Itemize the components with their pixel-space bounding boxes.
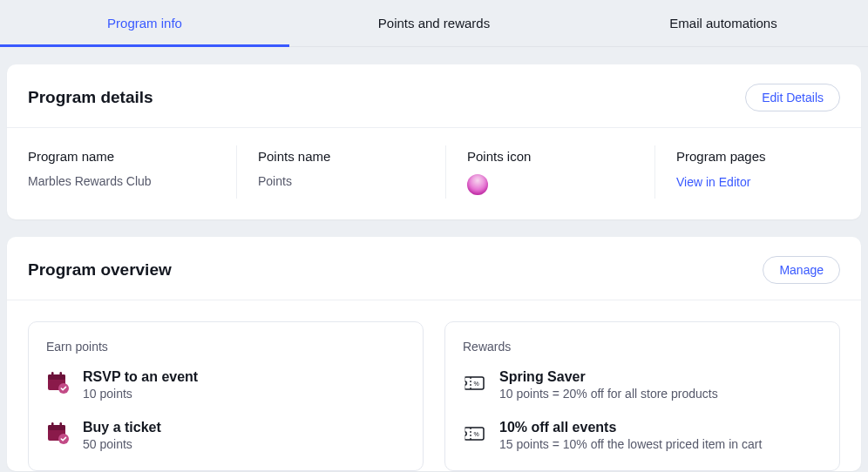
coupon-icon: %: [463, 421, 487, 446]
program-overview-card: Program overview Manage Earn points: [7, 237, 861, 471]
tab-points-rewards[interactable]: Points and rewards: [289, 0, 579, 46]
reward-item-sub: 15 points = 10% off the lowest priced it…: [499, 437, 762, 451]
svg-rect-12: [463, 377, 465, 389]
svg-rect-17: [463, 428, 465, 440]
program-name-value: Marbles Rewards Club: [28, 174, 216, 188]
program-pages-cell: Program pages View in Editor: [655, 149, 840, 195]
program-details-title: Program details: [28, 88, 153, 107]
tab-program-info[interactable]: Program info: [0, 0, 289, 46]
earn-item-title: RSVP to an event: [83, 369, 198, 385]
earn-points-title: Earn points: [46, 340, 405, 354]
earn-item: RSVP to an event 10 points: [46, 369, 405, 401]
svg-rect-8: [60, 422, 63, 428]
reward-item-sub: 10 points = 20% off for all store produc…: [499, 387, 718, 401]
earn-item-title: Buy a ticket: [83, 420, 161, 435]
program-details-row: Program name Marbles Rewards Club Points…: [7, 128, 861, 219]
points-name-cell: Points name Points: [237, 149, 446, 195]
svg-rect-3: [60, 372, 63, 377]
svg-rect-6: [48, 425, 65, 430]
program-name-cell: Program name Marbles Rewards Club: [28, 149, 237, 195]
earn-points-column: Earn points RSVP to an event: [28, 321, 424, 471]
svg-rect-2: [51, 372, 54, 377]
view-in-editor-link[interactable]: View in Editor: [676, 175, 750, 189]
points-icon-label: Points icon: [467, 149, 634, 164]
points-name-value: Points: [258, 174, 425, 188]
reward-item: % Spring Saver 10 points = 20% off for a…: [463, 369, 822, 401]
program-name-label: Program name: [28, 149, 216, 164]
earn-item-sub: 10 points: [83, 387, 198, 401]
calendar-check-icon: [46, 421, 71, 446]
tabs-bar: Program info Points and rewards Email au…: [0, 0, 868, 47]
points-icon-cell: Points icon: [446, 149, 655, 195]
program-details-card: Program details Edit Details Program nam…: [7, 64, 861, 219]
svg-text:%: %: [473, 431, 478, 437]
edit-details-button[interactable]: Edit Details: [745, 84, 840, 111]
points-icon-preview: [467, 174, 488, 195]
tab-email-automations[interactable]: Email automations: [579, 0, 868, 46]
earn-item-sub: 50 points: [83, 437, 161, 451]
program-pages-label: Program pages: [676, 149, 819, 164]
coupon-icon: %: [463, 371, 487, 395]
overview-body: Earn points RSVP to an event: [7, 300, 861, 471]
svg-rect-1: [48, 374, 65, 380]
calendar-check-icon: [46, 371, 71, 395]
earn-item: Buy a ticket 50 points: [46, 420, 405, 451]
reward-item-title: Spring Saver: [499, 369, 718, 385]
manage-button[interactable]: Manage: [763, 256, 840, 284]
reward-item-title: 10% off all events: [499, 420, 762, 435]
rewards-column: Rewards % Spring Saver: [444, 321, 840, 471]
program-overview-title: Program overview: [28, 260, 172, 280]
svg-text:%: %: [473, 381, 478, 387]
rewards-title: Rewards: [463, 340, 822, 354]
svg-rect-7: [51, 422, 54, 428]
reward-item: % 10% off all events 15 points = 10% off…: [463, 420, 822, 451]
points-name-label: Points name: [258, 149, 425, 164]
